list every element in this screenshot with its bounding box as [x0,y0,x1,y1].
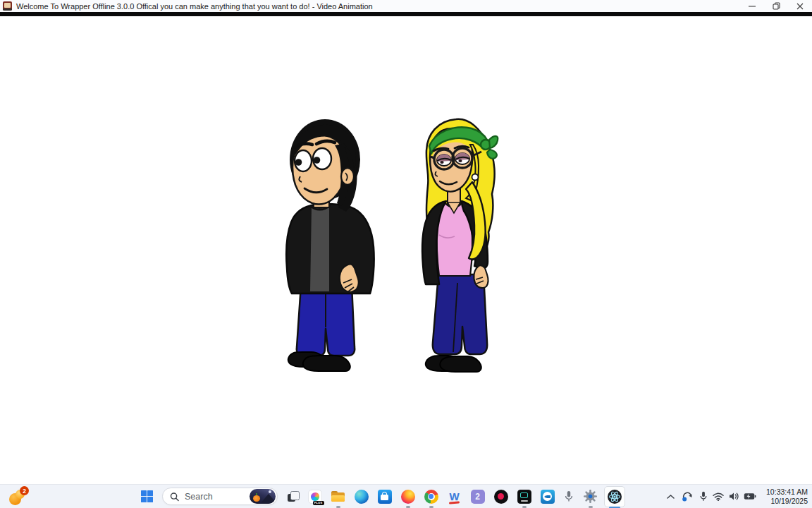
moon-dot [269,490,271,493]
widgets-button[interactable]: 2 [7,487,31,507]
taskbar-app-file-explorer[interactable] [326,486,350,507]
stage-canvas [0,16,812,484]
minimize-button[interactable] [740,0,764,12]
copilot-plus-badge: PLUS [313,501,324,505]
taskbar: 2 [0,484,812,508]
search-box[interactable] [162,488,278,505]
system-tray: 10:33:41 AM 10/19/2025 [663,485,812,508]
taskbar-app-firefox[interactable] [396,486,419,507]
wrapper-app-icon [3,1,12,11]
task-view-icon [288,491,300,502]
running-indicator [406,506,410,508]
edge-browser-icon [355,490,369,504]
settings-gear-icon [584,490,597,503]
taskbar-app-microsoft-store[interactable] [373,486,396,507]
running-indicator [429,506,433,508]
chevron-up-icon [667,495,675,499]
taskbar-app-settings[interactable] [579,486,602,507]
boy-character[interactable] [286,119,374,371]
chrome-icon [424,490,438,504]
start-button[interactable] [137,486,156,507]
record-button-icon [494,490,508,504]
video-capture-icon [541,490,555,504]
file-explorer-icon [331,491,345,502]
taskbar-app-chrome[interactable] [419,486,443,507]
task-view-button[interactable] [283,486,303,507]
search-daily-image[interactable] [250,489,276,504]
window-controls [740,0,812,12]
running-indicator [336,506,340,508]
taskbar-clock[interactable]: 10:33:41 AM 10/19/2025 [761,488,808,505]
tray-chevron-button[interactable] [663,486,678,507]
microphone-icon [564,490,574,502]
clock-time: 10:33:41 AM [766,488,808,497]
taskbar-app-recorder[interactable] [489,486,512,507]
window-titlebar: Welcome To Wrapper Offline 3.0.0 Offical… [0,0,812,12]
copilot-icon: PLUS [308,490,322,504]
close-icon [796,3,804,10]
taskbar-app-two[interactable]: 2 [466,486,489,507]
desktop-screen: Welcome To Wrapper Offline 3.0.0 Offical… [0,0,812,508]
taskbar-app-wrapper-electron-active[interactable] [604,486,625,507]
screen-recorder-icon [517,490,531,504]
tray-volume-button[interactable] [726,486,742,507]
tray-battery-button[interactable] [742,486,758,507]
animation-stage[interactable] [0,16,812,484]
girl-character[interactable] [422,119,498,372]
widgets-badge: 2 [20,486,29,495]
battery-charging-icon [744,492,756,500]
app-icon-face [4,3,11,8]
search-icon [170,492,179,502]
taskbar-app-edge[interactable] [350,486,373,507]
window-title: Welcome To Wrapper Offline 3.0.0 Offical… [16,2,373,11]
firefox-icon [401,490,415,504]
running-indicator [522,506,527,508]
mountain-shape [260,494,276,504]
update-sync-icon [682,491,694,502]
taskbar-app-video-capture[interactable] [536,486,559,507]
tray-mic-button[interactable] [696,486,710,507]
taskbar-center: PLUS W [137,485,625,508]
running-indicator [589,506,593,508]
search-input[interactable] [185,492,250,502]
tray-microphone-icon [699,491,708,502]
volume-speaker-icon [729,492,739,501]
windows-logo-icon [141,490,153,502]
minimize-icon [749,3,756,10]
close-button[interactable] [788,0,812,12]
taskbar-app-goanimate[interactable]: W [443,486,466,507]
taskbar-app-copilot[interactable]: PLUS [303,486,326,507]
restore-icon [773,2,780,10]
clock-date: 10/19/2025 [770,497,808,506]
restore-button[interactable] [764,0,788,12]
pumpkin-icon [253,495,260,502]
red-swoosh [448,501,459,504]
tray-wifi-button[interactable] [710,486,726,507]
electron-atom-icon [608,490,622,504]
app-2-icon: 2 [471,490,485,504]
goanimate-w-icon: W [446,488,463,505]
taskbar-app-screen-recorder[interactable] [512,486,536,507]
microsoft-store-icon [378,490,392,504]
w-letter: W [449,491,459,502]
taskbar-app-microphone[interactable] [559,486,579,507]
tray-update-button[interactable] [678,486,696,507]
wifi-icon [713,492,724,501]
